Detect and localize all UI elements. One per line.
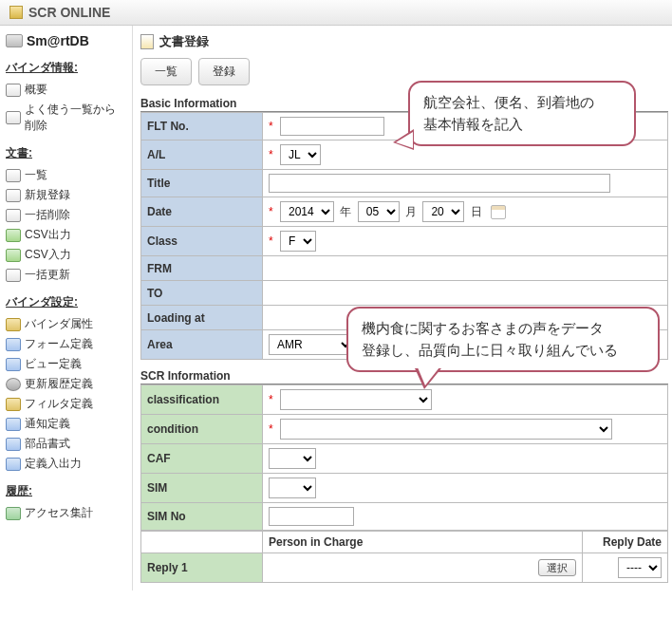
paper-icon	[6, 84, 21, 97]
sim-no-input[interactable]	[269, 507, 354, 526]
nav-def-io[interactable]: 定義入出力	[6, 454, 126, 474]
label-classification: classification	[141, 385, 263, 415]
nav-heading-binder-settings: バインダ設定:	[6, 294, 126, 310]
day-select[interactable]: 20	[422, 201, 464, 222]
list-icon	[6, 169, 21, 182]
app-icon	[9, 6, 23, 19]
view-icon	[6, 358, 21, 371]
new-icon	[6, 189, 21, 202]
form-icon	[6, 338, 21, 351]
required-mark: *	[269, 120, 273, 133]
to-cell	[263, 281, 668, 306]
select-person-button[interactable]: 選択	[538, 559, 576, 576]
paper-icon	[6, 111, 21, 124]
nav-part-fmt[interactable]: 部品書式	[6, 434, 126, 454]
brand-icon	[6, 34, 23, 47]
reply1-label: Reply 1	[141, 553, 263, 583]
reply-table: Person in Charge Reply Date Reply 1 選択 -…	[140, 531, 668, 583]
delete-icon	[6, 209, 21, 222]
label-sim-no: SIM No	[141, 503, 263, 531]
label-class: Class	[141, 227, 263, 256]
chart-icon	[6, 507, 21, 520]
label-loading: Loading at	[141, 306, 263, 330]
list-button[interactable]: 一覧	[140, 58, 192, 85]
nav-new[interactable]: 新規登録	[6, 185, 126, 205]
callout-tail-icon	[415, 368, 441, 389]
year-select[interactable]: 2014	[280, 201, 334, 222]
al-select[interactable]: JL	[280, 144, 321, 165]
nav-del-from-recent[interactable]: よく使う一覧から削除	[6, 100, 126, 136]
reply-corner	[141, 532, 263, 553]
doc-icon	[140, 34, 154, 49]
callout-voc: 機内食に関するお客さまの声をデータ 登録し、品質向上に日々取り組んでいる	[346, 307, 660, 372]
nav-form-def[interactable]: フォーム定義	[6, 334, 126, 354]
scr-table: classification * condition * CAF SIM SIM…	[140, 384, 668, 531]
month-select[interactable]: 05	[358, 201, 400, 222]
sim-select[interactable]	[269, 478, 316, 498]
nav-bulk-delete[interactable]: 一括削除	[6, 205, 126, 225]
nav-attr[interactable]: バインダ属性	[6, 314, 126, 334]
caf-select[interactable]	[269, 448, 316, 469]
label-condition: condition	[141, 415, 263, 444]
nav-csv-out[interactable]: CSV出力	[6, 225, 126, 245]
gear-icon	[6, 378, 21, 391]
reply-date-header: Reply Date	[583, 532, 668, 553]
io-icon	[6, 458, 21, 471]
label-al: A/L	[141, 140, 263, 170]
nav-bulk-update[interactable]: 一括更新	[6, 265, 126, 285]
notify-icon	[6, 418, 21, 431]
label-frm: FRM	[141, 256, 263, 281]
area-select[interactable]: AMR	[269, 334, 354, 355]
brand-label: Sm@rtDB	[27, 33, 89, 48]
app-header: SCR ONLINE	[0, 0, 672, 26]
nav-heading-history: 履歴:	[6, 483, 126, 499]
brand: Sm@rtDB	[6, 33, 126, 48]
condition-select[interactable]	[280, 419, 612, 440]
callout-basic-info: 航空会社、便名、到着地の 基本情報を記入	[408, 81, 636, 146]
nav-view-def[interactable]: ビュー定義	[6, 354, 126, 374]
csv-in-icon	[6, 249, 21, 262]
calendar-icon[interactable]	[491, 205, 506, 219]
label-to: TO	[141, 281, 263, 306]
label-caf: CAF	[141, 444, 263, 474]
nav-notify-def[interactable]: 通知定義	[6, 414, 126, 434]
title-input[interactable]	[269, 174, 610, 193]
filter-icon	[6, 398, 21, 411]
update-icon	[6, 269, 21, 282]
label-area: Area	[141, 330, 263, 360]
nav-hist-def[interactable]: 更新履歴定義	[6, 374, 126, 394]
nav-filter-def[interactable]: フィルタ定義	[6, 394, 126, 414]
person-header: Person in Charge	[263, 532, 583, 553]
label-date: Date	[141, 197, 263, 227]
csv-out-icon	[6, 229, 21, 242]
nav-heading-binder-info: バインダ情報:	[6, 60, 126, 76]
reply-date-select[interactable]: ----	[618, 557, 662, 578]
label-title: Title	[141, 170, 263, 197]
label-flt-no: FLT No.	[141, 113, 263, 140]
sidebar: Sm@rtDB バインダ情報: 概要 よく使う一覧から削除 文書: 一覧 新規登…	[0, 26, 133, 590]
main: 文書登録 一覧 登録 Basic Information FLT No. * A…	[133, 26, 672, 590]
callout-tail-icon	[393, 129, 414, 150]
part-icon	[6, 438, 21, 451]
nav-csv-in[interactable]: CSV入力	[6, 245, 126, 265]
nav-list[interactable]: 一覧	[6, 165, 126, 185]
nav-heading-docs: 文書:	[6, 145, 126, 161]
flt-no-input[interactable]	[280, 117, 384, 136]
classification-select[interactable]	[280, 389, 432, 410]
nav-overview[interactable]: 概要	[6, 80, 126, 100]
label-sim: SIM	[141, 474, 263, 503]
register-button[interactable]: 登録	[198, 58, 250, 85]
wrench-icon	[6, 318, 21, 331]
frm-cell	[263, 256, 668, 281]
nav-access-agg[interactable]: アクセス集計	[6, 503, 126, 523]
app-title: SCR ONLINE	[28, 5, 110, 20]
class-select[interactable]: F	[280, 231, 316, 252]
page-title: 文書登録	[140, 33, 668, 50]
